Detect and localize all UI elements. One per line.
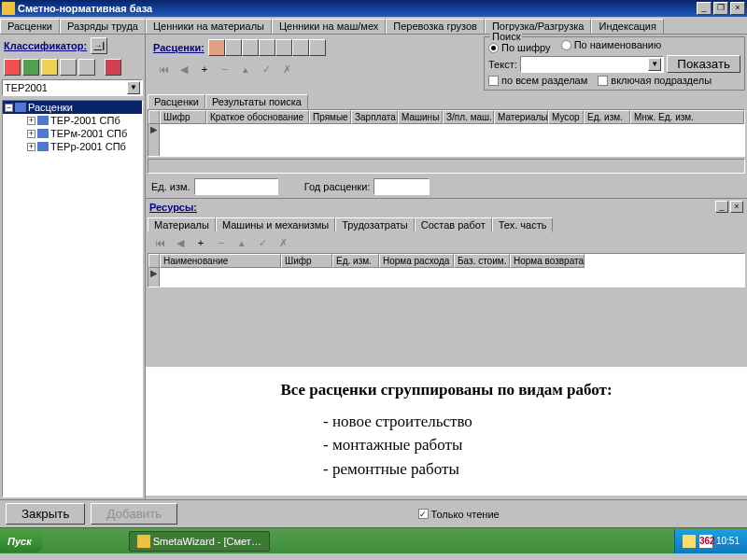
show-button[interactable]: Показать (667, 55, 740, 73)
search-text-combo[interactable]: ▼ (520, 56, 665, 73)
col-header[interactable]: Норма расхода (379, 254, 454, 268)
system-tray[interactable]: 362 10:51 (674, 529, 747, 553)
minimize-button[interactable]: _ (697, 2, 712, 15)
restab-composition[interactable]: Состав работ (415, 217, 492, 232)
scroll-area[interactable] (148, 159, 745, 174)
tool-icon[interactable] (22, 59, 39, 76)
tool-icon[interactable] (309, 39, 326, 56)
panel-min-button[interactable]: _ (715, 201, 728, 213)
close-window-button[interactable]: Закрыть (6, 503, 85, 525)
radio-icon[interactable] (488, 43, 499, 53)
col-header[interactable]: Шифр (281, 254, 332, 268)
nav-edit-icon[interactable]: ▴ (239, 63, 252, 76)
nav-del-icon[interactable]: − (218, 63, 232, 76)
quicklaunch-icon[interactable] (85, 532, 104, 551)
tree-child[interactable]: + ТЕРр-2001 СПб (3, 140, 142, 153)
add-button[interactable]: Добавить (91, 503, 177, 525)
nav-add-icon[interactable]: + (194, 236, 207, 249)
expand-icon[interactable]: + (27, 143, 35, 151)
tool-icon[interactable] (275, 39, 292, 56)
col-header[interactable]: Зарплата (351, 110, 398, 124)
restab-machines[interactable]: Машины и механизмы (216, 217, 335, 232)
col-header[interactable]: Краткое обоснование (206, 110, 309, 124)
restab-materials[interactable]: Материалы (148, 217, 216, 232)
chevron-down-icon[interactable]: ▼ (127, 81, 140, 94)
nav-ok-icon[interactable]: ✓ (260, 63, 273, 76)
classifier-toggle-button[interactable]: →| (91, 37, 107, 54)
col-header[interactable]: Норма возврата (510, 254, 585, 268)
col-header[interactable]: Материалы (494, 110, 548, 124)
nav-cancel-icon[interactable]: ✗ (280, 63, 293, 76)
checkbox-icon[interactable]: ✓ (418, 509, 429, 519)
subtab-rates[interactable]: Расценки (148, 94, 205, 109)
nav-add-icon[interactable]: + (198, 63, 211, 76)
col-header[interactable]: Мусор (548, 110, 584, 124)
nav-first-icon[interactable]: ⏮ (157, 63, 170, 76)
tab-rates[interactable]: Расценки (0, 19, 60, 34)
panel-close-button[interactable]: × (730, 201, 743, 213)
tool-icon[interactable] (292, 39, 309, 56)
tab-indexation[interactable]: Индексация (591, 19, 663, 34)
taskbar-app-button[interactable]: SmetaWizard - [Смет… (129, 531, 270, 552)
expand-icon[interactable]: + (27, 130, 35, 138)
resources-grid[interactable]: Наименование Шифр Ед. изм. Норма расхода… (148, 253, 745, 287)
quicklaunch-icon[interactable] (106, 532, 124, 551)
nav-prev-icon[interactable]: ◀ (174, 236, 187, 249)
tool-icon[interactable] (4, 59, 21, 76)
tab-prices-materials[interactable]: Ценники на материалы (146, 19, 272, 34)
year-input[interactable] (374, 178, 430, 195)
collapse-icon[interactable]: − (5, 104, 13, 112)
tool-icon[interactable] (78, 59, 95, 76)
col-header[interactable]: Наименование (160, 254, 281, 268)
tree-root[interactable]: − Расценки (3, 101, 142, 114)
tool-icon[interactable] (208, 39, 225, 56)
col-header[interactable]: Ед. изм. (332, 254, 379, 268)
nav-del-icon[interactable]: − (215, 236, 228, 249)
tool-icon[interactable] (242, 39, 259, 56)
tool-icon[interactable] (225, 39, 242, 56)
nav-cancel-icon[interactable]: ✗ (276, 236, 289, 249)
radio-icon[interactable] (561, 40, 571, 50)
check-subsections[interactable]: включая подразделы (598, 75, 712, 86)
start-button[interactable]: Пуск (0, 530, 43, 553)
tool-icon[interactable] (259, 39, 275, 56)
col-header[interactable]: Мнж. Ед. изм. (630, 110, 744, 124)
tool-icon[interactable] (41, 59, 58, 76)
tab-prices-machines[interactable]: Ценники на маш/мех (272, 19, 386, 34)
nav-edit-icon[interactable]: ▴ (235, 236, 248, 249)
col-header[interactable]: Баз. стоим. (454, 254, 510, 268)
readonly-check[interactable]: ✓ Только чтение (418, 509, 500, 520)
nav-first-icon[interactable]: ⏮ (153, 236, 166, 249)
classifier-tree[interactable]: − Расценки + ТЕР-2001 СПб + ТЕРм-2001 СП… (2, 100, 143, 497)
col-header[interactable]: Машины (398, 110, 443, 124)
restore-button[interactable]: ❐ (713, 2, 728, 15)
col-header[interactable]: З/пл. маш. (443, 110, 494, 124)
check-all-sections[interactable]: по всем разделам (488, 75, 587, 86)
close-button[interactable]: × (730, 2, 745, 15)
tree-child[interactable]: + ТЕР-2001 СПб (3, 114, 142, 127)
radio-by-code[interactable]: По шифру (488, 42, 551, 53)
tool-icon[interactable] (105, 59, 121, 76)
nav-ok-icon[interactable]: ✓ (256, 236, 269, 249)
rates-grid[interactable]: Шифр Краткое обоснование Прямые Зарплата… (148, 109, 745, 157)
checkbox-icon[interactable] (598, 76, 608, 86)
radio-by-name[interactable]: По наименованию (561, 39, 662, 50)
chevron-down-icon[interactable]: ▼ (648, 58, 661, 71)
restab-tech[interactable]: Тех. часть (492, 217, 554, 232)
unit-input[interactable] (194, 178, 278, 195)
col-header[interactable]: Шифр (160, 110, 206, 124)
tray-icon[interactable] (683, 535, 696, 548)
quicklaunch-icon[interactable] (64, 532, 83, 551)
subtab-results[interactable]: Результаты поиска (205, 94, 308, 109)
col-header[interactable]: Прямые (309, 110, 351, 124)
classifier-combo[interactable]: ТЕР2001 ▼ (2, 79, 143, 96)
tab-labor-grades[interactable]: Разряды труда (60, 19, 146, 34)
tree-child[interactable]: + ТЕРм-2001 СПб (3, 127, 142, 140)
checkbox-icon[interactable] (488, 76, 499, 86)
tab-cargo[interactable]: Перевозка грузов (386, 19, 485, 34)
nav-prev-icon[interactable]: ◀ (177, 63, 190, 76)
quicklaunch-icon[interactable] (44, 532, 63, 551)
restab-labor[interactable]: Трудозатраты (335, 217, 415, 232)
col-header[interactable]: Ед. изм. (584, 110, 630, 124)
expand-icon[interactable]: + (27, 117, 35, 125)
